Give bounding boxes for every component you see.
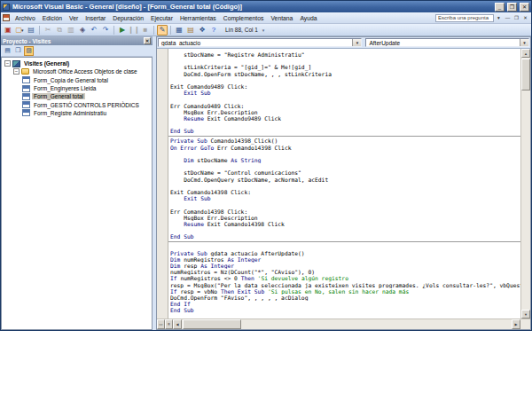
code-text: Then — [241, 275, 254, 281]
insert-object-button[interactable]: ▢▾ — [14, 25, 25, 35]
cut-button[interactable]: ✂ — [43, 25, 53, 35]
menu-ver[interactable]: Ver — [66, 14, 82, 22]
procedure-combo-arrow-icon[interactable]: ▼ — [520, 39, 528, 46]
code-text: Err_Comando9489_Click: — [170, 103, 244, 109]
margin-indicator-bar[interactable] — [157, 49, 168, 319]
question-dropdown-icon[interactable]: ▾ — [495, 14, 503, 22]
object-combo[interactable]: gdata_actuacio ▼ — [158, 38, 362, 47]
cut-icon: ✂ — [45, 27, 51, 34]
menu-complementos[interactable]: Complementos — [220, 14, 268, 22]
doc-close-button[interactable]: ✕ — [521, 14, 529, 22]
menu-archivo[interactable]: Archivo — [12, 14, 39, 22]
code-line — [170, 96, 520, 102]
collapse-icon[interactable]: − — [4, 60, 11, 67]
project-panel-close-button[interactable]: ✕ — [144, 37, 151, 44]
scroll-up-icon[interactable]: ▲ — [521, 49, 530, 58]
doc-minimize-button[interactable]: — — [504, 14, 512, 22]
design-mode-button[interactable]: ✎ — [157, 25, 168, 35]
view-access-button[interactable]: ▣ — [3, 25, 13, 35]
properties-window-button[interactable]: ▤ — [185, 25, 196, 35]
code-text: End Sub — [170, 233, 194, 240]
code-line: numRegistros = Nz(DCount("*", "CAviso"),… — [170, 269, 520, 275]
code-line: Exit_Comando14398_Click: — [170, 189, 520, 195]
menu-edicion[interactable]: Edición — [39, 14, 66, 22]
code-line — [170, 77, 520, 83]
menu-ayuda[interactable]: Ayuda — [296, 14, 320, 22]
scroll-left-icon[interactable]: ◀ — [173, 319, 182, 329]
close-button[interactable]: ✕ — [520, 3, 529, 12]
code-text: resp = MsgBox("Per la data seleccionada … — [170, 282, 520, 288]
tree-node-label: Microsoft Office Access Objetos de clase — [31, 68, 139, 75]
stop-button[interactable]: ■ — [140, 25, 151, 35]
paste-button[interactable]: ▥ — [66, 25, 76, 35]
undo-button[interactable]: ↶ — [89, 25, 99, 35]
code-line: DoCmd.OpenForm "FAviso", , , , , acDialo… — [170, 295, 520, 301]
ask-question-input[interactable]: Escriba una pregunta — [435, 14, 494, 22]
code-line: stDocName = "Control comunicacions" — [170, 169, 520, 176]
window-title: Microsoft Visual Basic - General [diseño… — [12, 3, 492, 11]
tree-node-label: Visites (General) — [22, 60, 71, 67]
view-code-button[interactable]: ▤ — [3, 46, 12, 56]
code-text — [170, 157, 184, 163]
full-module-view-button[interactable]: ≡ — [165, 319, 173, 329]
menu-ventana[interactable]: Ventana — [267, 14, 296, 22]
tree-node-form-5[interactable]: Form_Registre Administratiu — [2, 109, 152, 117]
vertical-scroll-track — [521, 91, 530, 310]
toolbar-buttons: ▣▢▾▤✂⧉▥◈↶↷▶❙❙■✎▦▤❖? — [3, 25, 219, 35]
menu-depuracion[interactable]: Depuración — [109, 14, 147, 22]
code-text: End If — [170, 301, 191, 307]
toolbar-overflow-icon[interactable]: ▾ — [262, 28, 265, 33]
horizontal-scroll-thumb[interactable] — [183, 319, 241, 329]
code-text: MsgBox Err.Description — [170, 215, 258, 221]
object-browser-button[interactable]: ❖ — [197, 25, 207, 35]
tree-node-form-4[interactable]: Form_GESTIÓ CONTROLS PERIÒDICS — [2, 100, 152, 108]
copy-button[interactable]: ⧉ — [54, 25, 65, 35]
break-button[interactable]: ❙❙ — [129, 25, 139, 35]
toggle-folders-button[interactable]: ▨ — [24, 46, 34, 56]
project-panel-toolbar: ▤❒▨ — [1, 45, 153, 57]
code-editor[interactable]: stDocName = "Registre Administratiu" stL… — [168, 49, 520, 319]
code-line: If numRegistros <> 0 Then 'Si devuelve a… — [170, 275, 520, 281]
code-line: Exit Sub — [170, 90, 520, 96]
code-text: As Integer — [227, 256, 261, 263]
vertical-scrollbar[interactable]: ▲ ▼ — [520, 49, 530, 319]
tree-node-form-3[interactable]: Form_General total — [2, 92, 152, 100]
tree-node-project[interactable]: −Visites (General) — [2, 59, 152, 67]
doc-restore-button[interactable]: ❐ — [512, 14, 520, 22]
run-button[interactable]: ▶ — [117, 25, 128, 35]
code-line — [170, 163, 520, 169]
save-icon: ▤ — [27, 27, 35, 34]
menu-herramientas[interactable]: Herramientas — [176, 14, 220, 22]
save-button[interactable]: ▤ — [26, 25, 36, 35]
code-line: End Sub — [170, 128, 520, 134]
menu-ejecutar[interactable]: Ejecutar — [147, 14, 176, 22]
procedure-view-button[interactable]: ▭ — [157, 319, 165, 329]
project-explorer-panel: Proyecto - Visites ✕ ▤❒▨ −Visites (Gener… — [1, 36, 153, 330]
tree-node-class-objects[interactable]: −Microsoft Office Access Objetos de clas… — [2, 67, 152, 75]
code-text: Dim — [170, 256, 180, 263]
code-text: resp = vbNo — [177, 288, 221, 295]
maximize-button[interactable]: ❐ — [507, 3, 517, 12]
menu-items: ArchivoEdiciónVerInsertarDepuraciónEjecu… — [12, 14, 321, 22]
minimize-button[interactable]: _ — [495, 3, 505, 12]
tree-node-form-2[interactable]: Form_Enginyeres Lleida — [2, 84, 152, 92]
vertical-scroll-thumb[interactable] — [521, 59, 530, 90]
stop-icon: ■ — [144, 27, 148, 34]
redo-button[interactable]: ↷ — [100, 25, 111, 35]
find-button[interactable]: ◈ — [77, 25, 88, 35]
collapse-icon[interactable]: − — [13, 68, 20, 75]
help-button[interactable]: ? — [208, 25, 219, 35]
code-text: End Sub — [170, 128, 194, 134]
menu-insertar[interactable]: Insertar — [82, 14, 109, 22]
object-combo-arrow-icon[interactable]: ▼ — [352, 39, 361, 46]
tree-node-form-1[interactable]: Form_Copia de General total — [2, 76, 152, 84]
view-object-button[interactable]: ❒ — [13, 46, 23, 56]
horizontal-scrollbar[interactable]: ◀ ▶ — [173, 319, 520, 329]
project-explorer-button[interactable]: ▦ — [174, 25, 184, 35]
scroll-right-icon[interactable]: ▶ — [512, 319, 520, 329]
scroll-down-icon[interactable]: ▼ — [521, 310, 530, 319]
code-line: Err_Comando14398_Click: — [170, 208, 520, 215]
code-line: MsgBox Err.Description — [170, 215, 520, 221]
procedure-combo[interactable]: AfterUpdate ▼ — [365, 38, 529, 47]
code-text: stLinkCriteria = "[gid_]=" & Me![gid_] — [170, 64, 311, 70]
